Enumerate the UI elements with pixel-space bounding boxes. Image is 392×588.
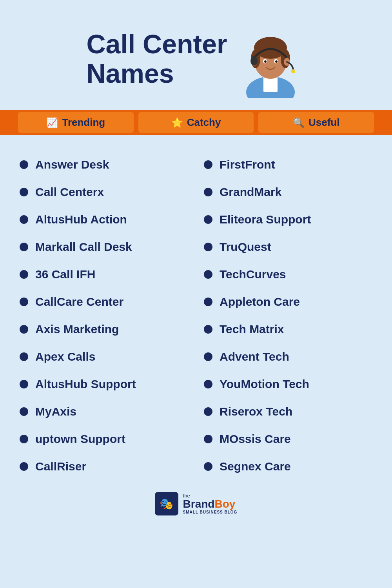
- bullet-icon: [20, 352, 28, 361]
- list-item: TruQuest: [200, 233, 376, 261]
- item-text: Apex Calls: [35, 350, 95, 363]
- bullet-icon: [204, 462, 212, 471]
- bullet-icon: [20, 325, 28, 334]
- bullet-icon: [204, 352, 212, 361]
- bullet-icon: [204, 188, 212, 196]
- footer-text: the BrandBoy SMALL BUSINESS BLOG: [183, 493, 238, 515]
- tab-trending[interactable]: 📈 Trending: [18, 112, 134, 133]
- list-item: Tech Matrix: [200, 316, 376, 343]
- header: Call CenterNames: [0, 0, 392, 110]
- item-text: Call Centerx: [35, 185, 104, 199]
- list-item: Markall Call Desk: [16, 233, 192, 261]
- item-text: Tech Matrix: [220, 323, 284, 336]
- bullet-icon: [204, 215, 212, 224]
- item-text: Appleton Care: [220, 295, 300, 309]
- bullet-icon: [20, 298, 28, 306]
- useful-icon: 🔍: [293, 117, 305, 128]
- item-text: AltusHub Action: [35, 213, 127, 226]
- item-text: 36 Call IFH: [35, 268, 95, 281]
- bullet-icon: [204, 325, 212, 334]
- list-item: Axis Marketing: [16, 316, 192, 343]
- bullet-icon: [20, 243, 28, 251]
- list-item: Segnex Care: [200, 453, 376, 480]
- item-text: Markall Call Desk: [35, 240, 132, 254]
- list-item: MOssis Care: [200, 425, 376, 453]
- item-text: Answer Desk: [35, 158, 109, 171]
- list-item: FirstFront: [200, 151, 376, 178]
- bullet-icon: [20, 435, 28, 443]
- item-text: MOssis Care: [220, 432, 291, 446]
- item-text: CallCare Center: [35, 295, 123, 309]
- footer-sub: SMALL BUSINESS BLOG: [183, 510, 238, 514]
- list-item: Advent Tech: [200, 343, 376, 370]
- item-text: CallRiser: [35, 460, 86, 473]
- catchy-icon: ⭐: [171, 117, 183, 128]
- list-item: Answer Desk: [16, 151, 192, 178]
- item-text: TruQuest: [220, 240, 271, 254]
- list-item: Appleton Care: [200, 288, 376, 316]
- item-text: MyAxis: [35, 405, 76, 418]
- list-item: MyAxis: [16, 398, 192, 425]
- tab-useful-label: Useful: [309, 116, 339, 129]
- item-text: GrandMark: [220, 185, 281, 199]
- item-text: Segnex Care: [220, 460, 291, 473]
- bullet-icon: [20, 462, 28, 471]
- trending-icon: 📈: [46, 117, 58, 128]
- svg-point-12: [275, 60, 278, 63]
- bullet-icon: [204, 435, 212, 443]
- bullet-icon: [204, 407, 212, 416]
- tab-catchy[interactable]: ⭐ Catchy: [138, 112, 254, 133]
- bullet-icon: [20, 215, 28, 224]
- list-item: AltusHub Support: [16, 370, 192, 398]
- item-text: FirstFront: [220, 158, 275, 171]
- list-item: TechCurves: [200, 261, 376, 288]
- list-item: CallCare Center: [16, 288, 192, 316]
- list-item: Apex Calls: [16, 343, 192, 370]
- bullet-icon: [204, 160, 212, 169]
- avatar: [235, 20, 306, 98]
- list-column-left: Answer Desk Call Centerx AltusHub Action…: [16, 151, 192, 480]
- footer-logo-icon: 🎭: [155, 492, 178, 515]
- bullet-icon: [204, 380, 212, 388]
- list-item: CallRiser: [16, 453, 192, 480]
- list-item: 36 Call IFH: [16, 261, 192, 288]
- item-text: TechCurves: [220, 268, 286, 281]
- bullet-icon: [20, 407, 28, 416]
- tab-trending-label: Trending: [62, 116, 105, 129]
- bullet-icon: [20, 270, 28, 279]
- bullet-icon: [204, 270, 212, 279]
- item-text: AltusHub Support: [35, 377, 136, 391]
- tab-accent-right: [376, 110, 392, 135]
- bullet-icon: [20, 160, 28, 169]
- item-text: Riserox Tech: [220, 405, 292, 418]
- list-column-right: FirstFront GrandMark Eliteora Support Tr…: [200, 151, 376, 480]
- list-section: Answer Desk Call Centerx AltusHub Action…: [0, 151, 392, 480]
- item-text: Advent Tech: [220, 350, 289, 363]
- tab-useful[interactable]: 🔍 Useful: [258, 112, 374, 133]
- item-text: uptown Support: [35, 432, 125, 446]
- bullet-icon: [20, 380, 28, 388]
- item-text: YouMotion Tech: [220, 377, 309, 391]
- list-item: Riserox Tech: [200, 398, 376, 425]
- page-title: Call CenterNames: [87, 29, 227, 88]
- item-text: Axis Marketing: [35, 323, 119, 336]
- footer: 🎭 the BrandBoy SMALL BUSINESS BLOG: [155, 492, 238, 515]
- tab-accent-left: [0, 110, 16, 135]
- list-item: GrandMark: [200, 178, 376, 206]
- list-item: AltusHub Action: [16, 206, 192, 233]
- tab-catchy-label: Catchy: [187, 116, 221, 129]
- tabs-bar: 📈 Trending ⭐ Catchy 🔍 Useful: [0, 110, 392, 135]
- list-item: YouMotion Tech: [200, 370, 376, 398]
- page-wrapper: Call CenterNames: [0, 0, 392, 588]
- footer-brand: BrandBoy: [183, 498, 238, 510]
- item-text: Eliteora Support: [220, 213, 311, 226]
- svg-point-11: [264, 60, 267, 63]
- list-item: Eliteora Support: [200, 206, 376, 233]
- bullet-icon: [20, 188, 28, 196]
- list-item: Call Centerx: [16, 178, 192, 206]
- bullet-icon: [204, 243, 212, 251]
- list-item: uptown Support: [16, 425, 192, 453]
- svg-point-14: [291, 69, 295, 73]
- svg-point-13: [250, 56, 258, 65]
- bullet-icon: [204, 298, 212, 306]
